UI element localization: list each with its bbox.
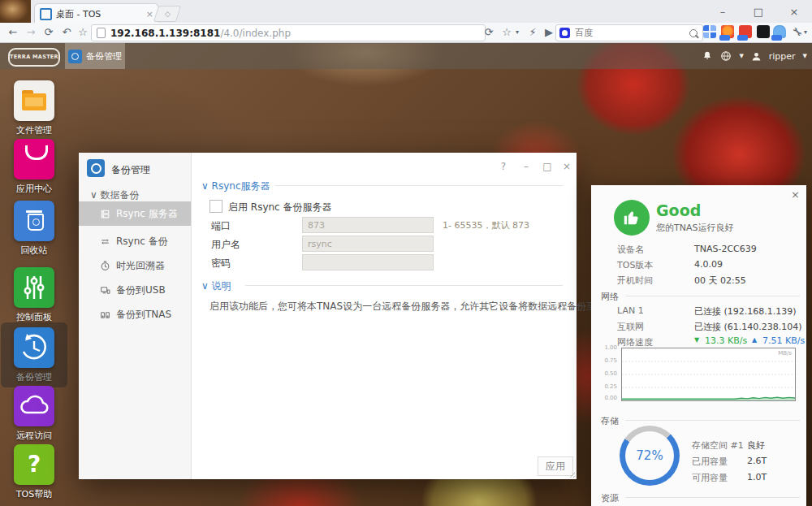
- storage-value: 1.0T: [747, 472, 767, 482]
- tos-favicon-icon: [40, 8, 52, 20]
- star-dropdown-icon[interactable]: ▾: [513, 24, 521, 41]
- tos-help-icon[interactable]: ?: [14, 444, 54, 485]
- nav-item-label: 备份到USB: [116, 283, 166, 297]
- desktop-icon-recycle: 回收站: [7, 201, 61, 257]
- nav-item-rsync-backup[interactable]: Rsync 备份: [79, 231, 191, 252]
- refresh-button[interactable]: ⟳: [41, 24, 57, 41]
- dialog-sidebar: 备份管理 ∨ 数据备份 Rsync 服务器 Rsync 备份 时光回溯器 备份到…: [79, 153, 192, 479]
- nav-item-time-machine[interactable]: 时光回溯器: [79, 255, 191, 276]
- globe-dropdown-icon[interactable]: ▼: [739, 53, 743, 59]
- enable-rsync-checkbox[interactable]: [209, 200, 222, 213]
- browser-maximize-button[interactable]: □: [741, 6, 776, 18]
- password-input[interactable]: [302, 254, 434, 270]
- server-icon: [100, 209, 110, 219]
- search-input[interactable]: [573, 27, 689, 39]
- username-label[interactable]: ripper: [769, 51, 796, 62]
- health-status-subtitle: 您的TNAS运行良好: [656, 222, 733, 234]
- taskbar-app-backup[interactable]: 备份管理: [65, 43, 125, 69]
- backup-manager-icon[interactable]: [14, 327, 54, 368]
- icon-label: 文件管理: [7, 124, 61, 136]
- storage-value: 良好: [747, 439, 765, 452]
- nav-group-label: 数据备份: [101, 189, 140, 201]
- nav-group-data-backup[interactable]: ∨ 数据备份: [90, 188, 140, 202]
- username-input[interactable]: [302, 236, 434, 252]
- recycle-bin-icon[interactable]: [14, 201, 54, 241]
- desktop-icon-remote: 远程访问: [7, 386, 61, 442]
- browser-minimize-button[interactable]: –: [705, 6, 741, 18]
- info-value: TNAS-2CC639: [694, 244, 757, 254]
- sync-refresh-icon[interactable]: ⟳: [481, 24, 497, 41]
- bookmark-star-icon[interactable]: ☆: [75, 24, 91, 41]
- section-note[interactable]: ∨ 说明: [201, 279, 231, 293]
- dialog-close-button[interactable]: ×: [559, 161, 574, 172]
- y-tick: 1.00: [598, 344, 617, 351]
- port-input[interactable]: [302, 217, 434, 233]
- terramaster-logo: TERRA MASTER: [8, 48, 60, 67]
- storage-label: 可用容量: [692, 472, 728, 484]
- desktop-icon-appcenter: 应用中心: [7, 139, 61, 195]
- storage-label: 存储空间 #1: [692, 439, 744, 452]
- section-rsync-server[interactable]: ∨ Rsync服务器: [201, 179, 270, 193]
- nav-item-backup-usb[interactable]: 备份到USB: [79, 279, 191, 301]
- dialog-help-button[interactable]: ?: [496, 161, 511, 172]
- y-tick: 0.25: [598, 383, 617, 390]
- chart-unit-label: MB/s: [778, 350, 792, 357]
- download-speed: 13.3 KB/s: [705, 335, 747, 346]
- control-panel-icon[interactable]: [14, 267, 54, 308]
- download-arrow-icon: ▼: [694, 336, 699, 344]
- username-label: 用户名: [211, 238, 240, 252]
- back-button[interactable]: ←: [5, 24, 21, 41]
- notification-bell-icon[interactable]: [702, 50, 713, 62]
- browser-tabstrip: 桌面 - TOS × ◇ – □ ×: [0, 0, 812, 23]
- browser-close-button[interactable]: ×: [776, 6, 812, 18]
- search-box[interactable]: [555, 24, 703, 41]
- desktop-icon-files: 文件管理: [7, 80, 61, 136]
- page-info-icon[interactable]: [97, 28, 106, 38]
- backup-app-icon: [68, 50, 82, 63]
- file-manager-icon[interactable]: [14, 80, 54, 121]
- trash-glyph: [28, 214, 44, 231]
- section-title: Rsync服务器: [212, 180, 270, 192]
- extension-news-icon[interactable]: [739, 25, 752, 38]
- remote-access-icon[interactable]: [14, 386, 54, 426]
- network-section-title: 网络: [601, 291, 619, 303]
- system-status-panel: × Good 您的TNAS运行良好 设备名 TNAS-2CC639 TOS版本 …: [591, 185, 806, 506]
- new-tab-button[interactable]: ◇: [153, 6, 181, 22]
- info-value: 4.0.09: [694, 259, 723, 270]
- port-label: 端口: [211, 219, 231, 233]
- apply-button[interactable]: 应用: [538, 456, 573, 476]
- tools-dropdown-icon[interactable]: ▾: [802, 24, 809, 41]
- forward-button[interactable]: →: [23, 24, 39, 41]
- health-status-title: Good: [656, 201, 701, 219]
- port-hint: 1- 65535，默认 873: [443, 219, 529, 231]
- tab-close-icon[interactable]: ×: [146, 9, 153, 19]
- dialog-minimize-button[interactable]: –: [519, 161, 533, 172]
- browser-tab[interactable]: 桌面 - TOS ×: [34, 3, 159, 24]
- speed-mode-icon[interactable]: ⚡: [525, 24, 541, 41]
- address-bar[interactable]: 192.168.1.139:8181/4.0/index.php: [91, 24, 486, 41]
- panel-close-icon[interactable]: ×: [791, 188, 800, 201]
- desktop-icon-controlpanel: 控制面板: [7, 267, 61, 323]
- user-dropdown-icon[interactable]: ▼: [803, 53, 807, 59]
- upload-speed: 7.51 KB/s: [762, 335, 805, 346]
- speed-label: 网络速度: [617, 336, 653, 348]
- app-center-icon[interactable]: [14, 139, 54, 179]
- undo-button[interactable]: ↶: [58, 24, 75, 41]
- language-globe-icon[interactable]: [720, 50, 732, 62]
- favorites-star-icon[interactable]: ☆: [499, 24, 515, 41]
- info-label: 设备名: [617, 244, 644, 256]
- info-label: 开机时间: [617, 275, 653, 287]
- extension-panda-icon[interactable]: [757, 25, 770, 38]
- taskbar-app-label: 备份管理: [86, 50, 122, 63]
- extension-weather-icon[interactable]: [721, 25, 734, 38]
- apps-grid-icon[interactable]: [703, 25, 716, 38]
- nav-item-backup-tnas[interactable]: 备份到TNAS: [79, 304, 191, 325]
- dialog-maximize-button[interactable]: □: [540, 161, 555, 172]
- new-tab-icon: ◇: [165, 10, 171, 18]
- search-magnifier-icon[interactable]: [689, 29, 698, 37]
- icon-label: 控制面板: [7, 311, 61, 323]
- media-play-icon[interactable]: ▶: [541, 24, 557, 41]
- baidu-logo-icon: [559, 28, 570, 38]
- nav-item-rsync-server[interactable]: Rsync 服务器: [79, 201, 191, 226]
- extension-cloud-icon[interactable]: [773, 25, 786, 38]
